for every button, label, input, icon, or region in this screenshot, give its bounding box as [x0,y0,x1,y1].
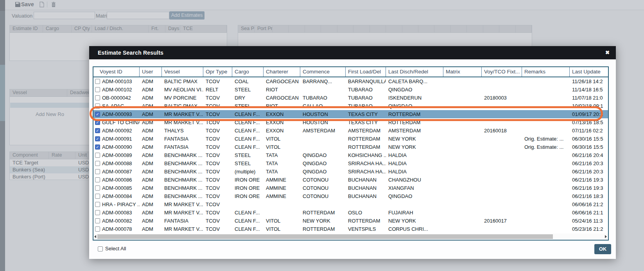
column-header-charterer[interactable]: Charterer [264,67,300,77]
cell-voyest-id: ADM-000102 [93,86,140,94]
cell-commence: BARRANQ... [300,77,346,86]
cell-user: ADM [140,143,162,151]
cell-voyest-id: ADM-000078 [93,225,140,233]
row-checkbox[interactable] [95,169,100,174]
table-row[interactable]: ADM-000103ADMBALTIC PMAXTCOVCOALCARGOCEA… [93,77,608,86]
column-header-first-load-del[interactable]: First Load/Del [346,67,386,77]
cell-remarks [522,77,570,86]
row-checkbox[interactable] [95,103,100,109]
horizontal-scrollbar[interactable] [93,234,608,240]
table-row[interactable]: ADM-000089ADMBENCHMARK ...TCOVSTEELTATAQ… [93,151,608,159]
cell-last-disch-redel: HALDIA [386,159,443,168]
table-row[interactable]: ✓ADM-000092ADMTHALYSTCOVCLEAN F...EXXONA… [93,127,608,135]
table-row[interactable]: ADM-000082ADMFANTASIATCOVCLEAN F...VITOL… [93,217,608,225]
row-checkbox[interactable] [95,185,100,191]
row-checkbox[interactable] [95,177,100,182]
cell-commence [300,86,346,94]
row-checkbox[interactable]: ✓ [95,112,100,117]
cell-voyest-id: ADM-000087 [93,168,140,176]
cell-first-load-del: KOHSICHANG ... [346,151,386,159]
table-row[interactable]: ✓ADM-000090ADMFANTASIATCOVCLEAN F...VITO… [93,143,608,151]
column-header-vessel[interactable]: Vessel [162,67,203,77]
cell-remarks [522,184,570,192]
row-checkbox[interactable] [95,218,100,223]
cell-vessel: FANTASIA [162,135,203,143]
cell-opr-type: TCOV [203,168,232,176]
cell-matrix [443,217,482,225]
table-row[interactable]: ADM-000083ADMMR MARKET V...TCOVCLEAN F..… [93,209,608,217]
cell-voyest-id: ADM-000088 [93,159,140,168]
column-header-last-disch-redel[interactable]: Last Disch/Redel [386,67,443,77]
column-header-voy-tco-fixt[interactable]: Voy/TCO Fixt... [482,67,522,77]
cell-voy-tco-fixt [482,200,522,209]
cell-vessel: THALYS [162,127,203,135]
cell-last-disch-redel: ISKENDERUN [386,94,443,102]
column-header-remarks[interactable]: Remarks [522,67,570,77]
row-checkbox[interactable] [95,153,100,158]
row-checkbox[interactable]: ✓ [95,136,100,141]
table-row[interactable]: ADM-000084ADMBENCHMARK ...TCOVIRON OREAM… [93,192,608,200]
table-row[interactable]: ADM-000085ADMBENCHMARK ...TCOVIRON OREAM… [93,184,608,192]
row-checkbox[interactable]: ✓ [95,120,100,125]
row-checkbox[interactable] [95,194,100,199]
table-row[interactable]: ADM-000088ADMBENCHMARK ...TCOVSTEELTATAQ… [93,159,608,168]
cell-vessel: MR MARKET V... [162,225,203,233]
close-icon[interactable]: ✖ [605,46,610,59]
cell-first-load-del: TEXAS CITY [346,110,386,118]
row-checkbox[interactable]: ✓ [95,128,100,133]
table-row[interactable]: SA-APACADMBALTIC PMAXTCOVSTEELRIOTCALLAO… [93,102,608,110]
cell-user: ADM [140,209,162,217]
scroll-left-arrow-icon[interactable] [94,235,96,238]
table-row[interactable]: ADM-000087ADMBENCHMARK ...TCOV(multiple)… [93,168,608,176]
cell-charterer [264,209,300,217]
column-header-matrix[interactable]: Matrix [443,67,482,77]
row-checkbox[interactable] [95,202,100,207]
cell-last-update: 06/21/16 20:3 [570,159,608,168]
cell-matrix [443,118,482,127]
cell-last-update: 01/09/17 20:2 [570,110,608,118]
scroll-right-arrow-icon[interactable] [605,235,607,238]
table-row[interactable]: ADM-000102ADMMV AEOLIAN VI...RELTSTEELRI… [93,86,608,94]
row-checkbox[interactable] [95,79,100,84]
scrollbar-thumb[interactable] [97,234,553,239]
cell-remarks [522,168,570,176]
column-header-cargo[interactable]: Cargo [232,67,264,77]
table-row[interactable]: ✓ADM-000091ADMFANTASIATCOVCLEAN F...VITO… [93,135,608,143]
cell-first-load-del: BUCHANAN [346,192,386,200]
cell-voy-tco-fixt: 20160018 [482,127,522,135]
cell-last-disch-redel: ROTTERDAM [386,118,443,127]
row-checkbox[interactable] [95,226,100,232]
cell-matrix [443,102,482,110]
table-row[interactable]: ADM-000086ADMBENCHMARK ...TCOVIRON OREAM… [93,176,608,184]
table-row[interactable]: ADM-000078ADMMR MARKET V...TCOVCLEAN F..… [93,225,608,233]
row-checkbox[interactable] [95,161,100,166]
column-header-last-update[interactable]: Last Update [570,67,608,77]
ok-button[interactable]: OK [594,244,611,254]
select-all-checkbox[interactable] [98,246,103,251]
cell-cargo: IRON ORE [232,192,264,200]
cell-last-update: 05/24/16 11:3 [570,217,608,225]
cell-first-load-del: OSLO [346,209,386,217]
cell-voy-tco-fixt [482,225,522,233]
cell-commence: HOUSTON [300,110,346,118]
cell-user: ADM [140,151,162,159]
table-row[interactable]: ✓ADM-000093ADMMR MARKET V...TCOVCLEAN F.… [93,110,608,118]
row-checkbox[interactable] [95,210,100,215]
cell-last-disch-redel: FUJAIRAH [386,209,443,217]
column-header-user[interactable]: User [140,67,162,77]
row-checkbox[interactable] [95,87,100,92]
column-header-commence[interactable]: Commence [300,67,346,77]
cell-matrix [443,176,482,184]
row-checkbox[interactable]: ✓ [95,144,100,150]
column-header-opr-type[interactable]: Opr Type [203,67,232,77]
cell-voy-tco-fixt [482,118,522,127]
column-header-voyest-id[interactable]: Voyest ID [93,67,140,77]
table-row[interactable]: HRA - PIRACY ...ADMMR MARKET V...TCOV06/… [93,200,608,209]
cell-vessel: BENCHMARK ... [162,184,203,192]
cell-cargo: CLEAN F... [232,209,264,217]
row-checkbox[interactable] [95,95,100,100]
table-row[interactable]: OB-0000042ADMMV PORCINETCOVDRYCARGOCEANT… [93,94,608,102]
cell-remarks [522,159,570,168]
cell-first-load-del: ROTTERDAM [346,217,386,225]
table-row[interactable]: ✓GULF TO CHINAADMMR MARKET V...TCOVCLEAN… [93,118,608,127]
